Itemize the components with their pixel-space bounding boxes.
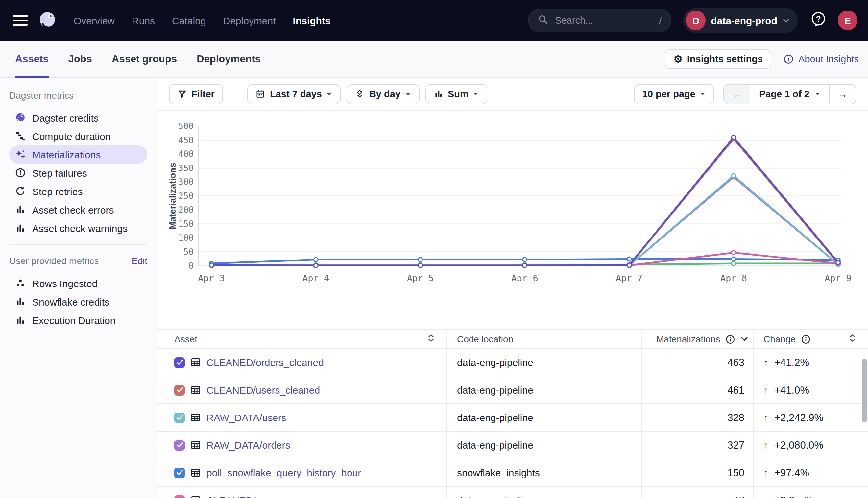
sort-icon[interactable] <box>427 333 435 345</box>
column-header-code-location[interactable]: Code location <box>447 330 641 348</box>
code-location-cell: snowflake_insights <box>447 459 641 486</box>
table-icon <box>191 468 201 477</box>
sidebar-section-title: User provided metricsEdit <box>0 253 156 269</box>
svg-text:?: ? <box>816 14 821 23</box>
svg-text:350: 350 <box>178 163 194 173</box>
tabs: AssetsJobsAsset groupsDeployments <box>15 41 261 77</box>
series-checkbox[interactable] <box>174 495 185 498</box>
table-icon <box>191 385 201 395</box>
bar-chart-icon <box>434 89 443 99</box>
asset-link[interactable]: RAW_DATA/orders <box>206 440 290 451</box>
materializations-line-chart: 050100150200250300350400450500Apr 3Apr 4… <box>157 111 867 329</box>
nav-item-catalog[interactable]: Catalog <box>172 15 206 26</box>
asset-link[interactable]: CLEANED/orders_cleaned <box>206 357 324 368</box>
sidebar-item-execution-duration[interactable]: Execution Duration <box>9 311 147 329</box>
sidebar-item-asset-check-warnings[interactable]: Asset check warnings <box>9 219 147 237</box>
sidebar-item-compute-duration[interactable]: Compute duration <box>9 127 147 145</box>
refresh-icon <box>15 186 26 196</box>
tab-assets[interactable]: Assets <box>15 41 49 77</box>
sort-desc-icon[interactable] <box>741 336 749 342</box>
info-icon[interactable] <box>726 334 736 344</box>
code-location-cell: data-eng-pipeline <box>447 487 641 498</box>
column-header-asset[interactable]: Asset <box>157 330 447 348</box>
nav-item-deployment[interactable]: Deployment <box>223 15 276 26</box>
sidebar-item-dagster-credits[interactable]: Dagster credits <box>9 108 147 127</box>
sidebar-item-label: Step failures <box>32 167 87 179</box>
assets-table: Asset Code location Materializations Cha… <box>157 329 868 498</box>
nav-item-insights[interactable]: Insights <box>293 15 331 26</box>
svg-text:400: 400 <box>178 149 194 159</box>
dots-icon <box>15 278 26 288</box>
tab-deployments[interactable]: Deployments <box>196 41 261 77</box>
sidebar-item-asset-check-errors[interactable]: Asset check errors <box>9 200 147 219</box>
dagster-logo-icon[interactable] <box>37 10 58 31</box>
asset-link[interactable]: CLEANED/… <box>206 495 266 498</box>
svg-text:Apr 8: Apr 8 <box>720 273 747 283</box>
nav-item-runs[interactable]: Runs <box>132 15 155 26</box>
bar-chart-icon <box>15 223 26 233</box>
series-checkbox[interactable] <box>174 385 185 395</box>
asset-link[interactable]: poll_snowflake_query_history_hour <box>206 467 361 478</box>
group-by-dropdown[interactable]: By day <box>347 84 420 104</box>
code-location-cell: data-eng-pipeline <box>447 404 641 431</box>
svg-text:500: 500 <box>178 121 194 131</box>
table-header-row: Asset Code location Materializations Cha… <box>157 330 868 349</box>
sidebar-item-step-failures[interactable]: Step failures <box>9 163 147 182</box>
date-range-dropdown[interactable]: Last 7 days <box>247 84 341 104</box>
code-location-cell: data-eng-pipeline <box>447 377 641 403</box>
prev-page-button[interactable]: ← <box>724 84 751 104</box>
svg-text:Apr 4: Apr 4 <box>303 273 329 283</box>
insights-tab-bar: AssetsJobsAsset groupsDeployments ⚙ Insi… <box>0 41 868 78</box>
tab-asset-groups[interactable]: Asset groups <box>112 41 177 77</box>
page-size-dropdown[interactable]: 10 per page <box>634 84 714 104</box>
insights-settings-button[interactable]: ⚙ Insights settings <box>665 49 771 69</box>
series-checkbox[interactable] <box>174 357 185 368</box>
materializations-cell: 461 <box>641 377 753 403</box>
series-checkbox[interactable] <box>174 440 185 450</box>
org-name: data-eng-prod <box>711 15 777 26</box>
search-input-container[interactable]: / <box>528 9 672 32</box>
sort-icon[interactable] <box>849 333 856 345</box>
top-nav: OverviewRunsCatalogDeploymentInsights / … <box>0 0 868 41</box>
main-panel: Filter Last 7 days By day Sum <box>157 78 868 498</box>
svg-text:300: 300 <box>178 177 194 187</box>
about-insights-link[interactable]: About Insights <box>783 54 859 64</box>
caret-down-icon <box>700 92 706 96</box>
nav-item-overview[interactable]: Overview <box>74 15 115 26</box>
change-cell: ↑+2,2…% <box>753 487 868 498</box>
page-indicator-dropdown[interactable]: Page 1 of 2 <box>751 84 829 104</box>
series-checkbox[interactable] <box>174 412 185 423</box>
table-row: CLEANED/users_cleaneddata-eng-pipeline46… <box>157 377 868 404</box>
filter-button[interactable]: Filter <box>169 84 223 104</box>
org-avatar: D <box>686 11 705 30</box>
search-shortcut-hint: / <box>659 15 662 26</box>
aggregation-dropdown[interactable]: Sum <box>425 84 488 104</box>
column-header-materializations[interactable]: Materializations <box>641 330 753 348</box>
column-header-change[interactable]: Change <box>753 330 868 348</box>
org-switcher[interactable]: D data-eng-prod <box>683 8 797 33</box>
hamburger-menu-icon[interactable] <box>13 15 28 26</box>
series-checkbox[interactable] <box>174 468 185 478</box>
sidebar-item-step-retries[interactable]: Step retries <box>9 182 147 200</box>
metrics-sidebar: Dagster metricsDagster creditsCompute du… <box>0 78 157 498</box>
table-icon <box>191 357 201 367</box>
info-icon[interactable] <box>801 334 811 344</box>
sidebar-item-rows-ingested[interactable]: Rows Ingested <box>9 274 147 292</box>
change-cell: ↑+41.0% <box>753 377 868 403</box>
user-avatar[interactable]: E <box>838 11 857 30</box>
materializations-cell: 47 <box>641 487 753 498</box>
help-icon[interactable]: ? <box>809 10 827 30</box>
asset-link[interactable]: RAW_DATA/users <box>206 412 286 423</box>
search-input[interactable] <box>554 14 639 26</box>
sidebar-item-snowflake-credits[interactable]: Snowflake credits <box>9 292 147 311</box>
tab-jobs[interactable]: Jobs <box>68 41 92 77</box>
sidebar-item-materializations[interactable]: Materializations <box>9 145 147 163</box>
next-page-button[interactable]: → <box>829 84 855 104</box>
chevron-down-icon <box>782 18 790 23</box>
asset-link[interactable]: CLEANED/users_cleaned <box>206 384 320 395</box>
vertical-scrollbar[interactable] <box>862 359 867 422</box>
toolbar-divider <box>235 84 236 104</box>
edit-metrics-link[interactable]: Edit <box>131 255 147 266</box>
change-cell: ↑+2,080.0% <box>753 432 868 459</box>
sidebar-item-label: Asset check errors <box>32 204 114 215</box>
